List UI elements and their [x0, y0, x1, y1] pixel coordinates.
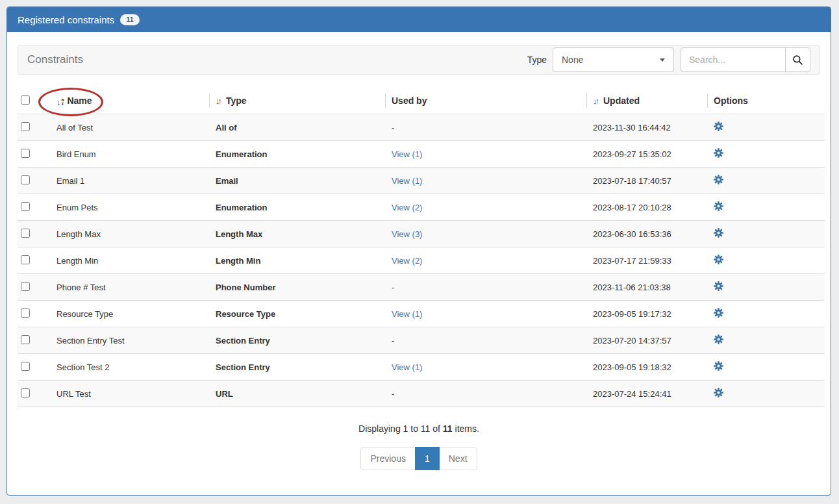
- column-label-type: Type: [226, 95, 247, 106]
- column-label-updated: Updated: [603, 95, 640, 106]
- used-by-empty: -: [392, 389, 394, 399]
- constraint-type: Resource Type: [216, 309, 275, 319]
- sort-icon: ↓↑: [593, 96, 597, 106]
- search-group: [681, 47, 810, 72]
- options-gear-icon[interactable]: [714, 281, 723, 291]
- row-checkbox[interactable]: [21, 335, 30, 344]
- options-gear-icon[interactable]: [714, 121, 723, 131]
- pagination: Previous 1 Next: [7, 447, 831, 470]
- options-gear-icon[interactable]: [714, 228, 723, 238]
- constraint-type: Section Entry: [216, 336, 270, 346]
- view-link[interactable]: View (1): [392, 362, 422, 372]
- updated-timestamp: 2023-07-20 14:37:57: [593, 336, 671, 346]
- options-gear-icon[interactable]: [714, 255, 723, 264]
- row-checkbox[interactable]: [21, 202, 30, 211]
- view-link[interactable]: View (1): [392, 176, 422, 186]
- column-label-options: Options: [714, 95, 748, 106]
- pagination-next[interactable]: Next: [439, 447, 477, 470]
- column-header-type[interactable]: ↓↑Type: [216, 88, 392, 114]
- view-link[interactable]: View (3): [392, 229, 422, 239]
- updated-timestamp: 2023-11-06 21:03:38: [593, 283, 671, 292]
- row-checkbox[interactable]: [21, 122, 30, 131]
- updated-timestamp: 2023-09-05 19:17:32: [593, 309, 671, 319]
- pagination-previous[interactable]: Previous: [360, 447, 415, 470]
- card-header: Registered constraints 11: [7, 7, 831, 32]
- row-checkbox[interactable]: [21, 229, 30, 238]
- registered-constraints-card: Registered constraints 11 Constraints Ty…: [6, 6, 831, 496]
- row-checkbox[interactable]: [21, 388, 30, 397]
- used-by-cell: View (2): [392, 247, 593, 274]
- summary-prefix: Displaying 1 to 11 of: [358, 423, 443, 434]
- constraint-name: Section Test 2: [56, 362, 109, 372]
- updated-timestamp: 2023-09-27 15:35:02: [593, 149, 671, 159]
- used-by-cell: -: [392, 381, 593, 407]
- view-link[interactable]: View (2): [392, 203, 422, 212]
- used-by-empty: -: [392, 123, 394, 132]
- chevron-down-icon: [660, 58, 665, 62]
- type-filter-value: None: [562, 55, 583, 65]
- options-gear-icon[interactable]: [714, 148, 723, 158]
- constraint-type: Section Entry: [216, 362, 270, 372]
- used-by-cell: View (1): [392, 168, 593, 194]
- constraint-name: Bird Enum: [56, 149, 96, 159]
- table-header-row: ↓ a z Name ↓↑Type Used by ↓↑Updated: [18, 88, 825, 114]
- used-by-cell: View (2): [392, 194, 593, 221]
- used-by-empty: -: [392, 336, 394, 346]
- options-gear-icon[interactable]: [714, 175, 723, 184]
- row-checkbox[interactable]: [21, 175, 30, 184]
- row-checkbox[interactable]: [21, 309, 30, 318]
- count-badge: 11: [120, 14, 140, 25]
- constraint-type: Enumeration: [216, 203, 267, 212]
- constraint-name: Enum Pets: [56, 203, 98, 212]
- card-title: Registered constraints: [18, 14, 114, 25]
- table-row: Resource Type Resource Type View (1) 202…: [18, 301, 825, 327]
- updated-timestamp: 2023-07-18 17:40:57: [593, 176, 671, 186]
- options-gear-icon[interactable]: [714, 201, 723, 211]
- row-checkbox[interactable]: [21, 282, 30, 291]
- options-gear-icon[interactable]: [714, 361, 723, 371]
- sort-alpha-asc-icon: ↓ a z: [56, 98, 64, 107]
- summary-count: 11: [443, 423, 453, 434]
- used-by-cell: -: [392, 274, 593, 301]
- table-row: Section Test 2 Section Entry View (1) 20…: [18, 354, 825, 381]
- column-header-name[interactable]: ↓ a z Name: [56, 88, 216, 114]
- options-gear-icon[interactable]: [714, 308, 723, 318]
- row-checkbox[interactable]: [21, 149, 30, 158]
- search-icon: [792, 55, 803, 66]
- column-header-options: Options: [714, 88, 825, 114]
- column-label-used-by: Used by: [392, 95, 427, 106]
- filter-controls: Type None: [527, 47, 810, 72]
- select-all-checkbox[interactable]: [21, 95, 30, 105]
- row-checkbox[interactable]: [21, 362, 30, 371]
- search-button[interactable]: [785, 48, 810, 71]
- constraint-name: URL Test: [56, 389, 91, 399]
- view-link[interactable]: View (1): [392, 149, 422, 159]
- pagination-page-1[interactable]: 1: [415, 447, 440, 470]
- updated-timestamp: 2023-08-17 20:10:28: [593, 203, 671, 212]
- table-row: URL Test URL - 2023-07-24 15:24:41: [18, 381, 825, 407]
- used-by-cell: View (1): [392, 354, 593, 381]
- constraint-name: All of Test: [56, 123, 93, 132]
- constraint-name: Section Entry Test: [56, 336, 125, 346]
- updated-timestamp: 2023-06-30 16:53:36: [593, 229, 671, 239]
- table-row: Bird Enum Enumeration View (1) 2023-09-2…: [18, 141, 825, 168]
- column-header-updated[interactable]: ↓↑Updated: [593, 88, 714, 114]
- constraints-table: ↓ a z Name ↓↑Type Used by ↓↑Updated: [18, 88, 825, 407]
- view-link[interactable]: View (1): [392, 309, 422, 319]
- used-by-cell: View (1): [392, 141, 593, 168]
- updated-timestamp: 2023-07-24 15:24:41: [593, 389, 671, 399]
- constraint-type: URL: [216, 389, 233, 399]
- view-link[interactable]: View (2): [392, 256, 422, 266]
- constraint-name: Length Max: [56, 229, 101, 239]
- options-gear-icon[interactable]: [714, 334, 723, 344]
- constraint-type: Phone Number: [216, 283, 275, 292]
- search-input[interactable]: [681, 48, 785, 71]
- options-gear-icon[interactable]: [714, 388, 723, 397]
- used-by-cell: View (3): [392, 221, 593, 247]
- table-row: Length Max Length Max View (3) 2023-06-3…: [18, 221, 825, 247]
- column-label-name: Name: [67, 95, 92, 106]
- row-checkbox[interactable]: [21, 255, 30, 264]
- used-by-cell: -: [392, 327, 593, 354]
- updated-timestamp: 2023-07-17 21:59:33: [593, 256, 671, 266]
- type-filter-select[interactable]: None: [553, 47, 674, 72]
